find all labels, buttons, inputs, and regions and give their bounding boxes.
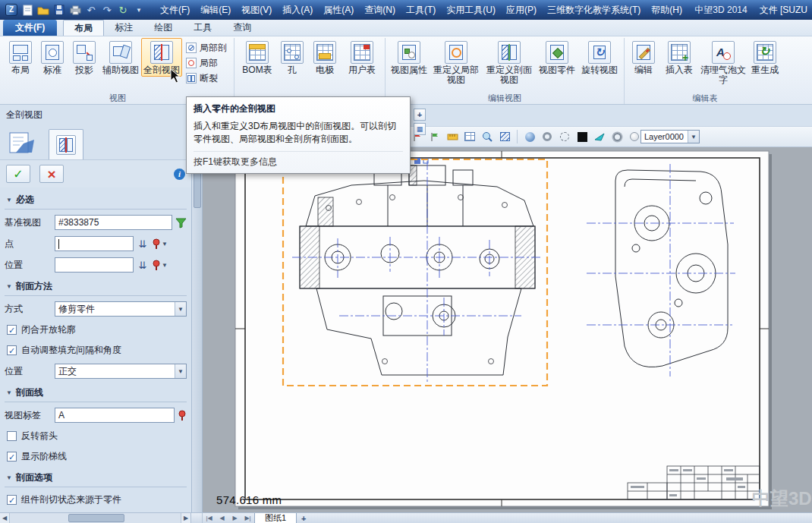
rotate-view-button[interactable]: ↻ 旋转视图 — [578, 38, 621, 77]
standard-view-button[interactable]: 标准 — [36, 38, 68, 77]
tab-inquire[interactable]: 查询 — [222, 20, 262, 36]
tab-tools[interactable]: 工具 — [183, 20, 222, 36]
menu-edit[interactable]: 编辑(E) — [195, 2, 236, 17]
filter-icon[interactable] — [175, 217, 187, 228]
cancel-button[interactable]: × — [39, 165, 64, 183]
menu-attributes[interactable]: 属性(A) — [318, 2, 359, 17]
last-sheet-icon[interactable]: ▶| — [241, 513, 254, 523]
undo-icon[interactable]: ↶ — [84, 3, 98, 17]
flip-arrow-checkbox[interactable] — [7, 431, 17, 441]
sphere-icon[interactable] — [522, 129, 537, 144]
detail-view-button[interactable]: 局部 — [184, 56, 229, 70]
open-folder-icon[interactable] — [36, 3, 50, 17]
gear-icon[interactable] — [609, 129, 625, 144]
menu-utilities[interactable]: 实用工具(U) — [441, 2, 501, 17]
next-sheet-icon[interactable]: ▶ — [228, 513, 241, 523]
scrollbar-track[interactable] — [10, 513, 181, 523]
full-section-view-button[interactable]: 全剖视图 — [141, 38, 182, 77]
method-select[interactable]: 修剪零件▼ — [55, 301, 187, 317]
prev-sheet-icon[interactable]: ◀ — [216, 513, 228, 523]
auxiliary-view-button[interactable]: 辅助视图 — [100, 38, 141, 77]
add-toolbar-icon[interactable]: + — [414, 109, 426, 121]
hole-table-button[interactable]: 孔 — [277, 38, 307, 77]
drawing-canvas[interactable]: 中望3D — [203, 147, 812, 512]
tab-annotate[interactable]: 标注 — [104, 20, 143, 36]
print-icon[interactable] — [68, 3, 82, 17]
info-icon[interactable]: i — [174, 169, 185, 180]
app-logo-icon[interactable]: Z — [5, 3, 18, 17]
cyan-arrow-icon[interactable] — [592, 129, 607, 144]
red-pin-icon[interactable] — [178, 410, 187, 421]
menu-tools[interactable]: 工具(T) — [401, 2, 441, 17]
menu-view[interactable]: 视图(V) — [236, 2, 277, 17]
menu-help[interactable]: 帮助(H) — [646, 2, 688, 17]
regenerate-button[interactable]: ↻ 重生成 — [747, 38, 782, 77]
save-icon[interactable] — [52, 3, 66, 17]
insert-table-button[interactable]: + 插入表 — [659, 38, 699, 77]
pick-location-button[interactable]: ▼ — [152, 260, 168, 271]
location-input[interactable] — [55, 257, 134, 273]
menu-inquire[interactable]: 查询(N) — [359, 2, 401, 17]
tab-draw[interactable]: 绘图 — [143, 20, 183, 36]
tab-layout[interactable]: 布局 — [63, 20, 104, 36]
scroll-right-icon[interactable]: ▶ — [181, 513, 190, 523]
menu-applications[interactable]: 应用(P) — [501, 2, 542, 17]
grid-icon[interactable] — [462, 129, 477, 144]
show-step-checkbox[interactable]: ✓ — [7, 452, 17, 462]
dotted-circle-icon[interactable] — [557, 129, 572, 144]
hatch-swatch-icon[interactable] — [497, 129, 512, 144]
menu-file[interactable]: 文件(F) — [155, 2, 195, 17]
base-view-input[interactable]: #3833875 — [55, 215, 172, 230]
scrollbar-thumb[interactable] — [68, 514, 124, 522]
section-required[interactable]: ▼ 必选 — [5, 189, 187, 210]
view-tag-input[interactable]: A — [55, 408, 175, 423]
layer-dropdown[interactable]: Layer0000 ▼ — [640, 130, 700, 143]
file-menu-button[interactable]: 文件(F) — [3, 20, 57, 36]
scroll-left-icon[interactable]: ◀ — [0, 513, 10, 523]
auto-adjust-checkbox[interactable]: ✓ — [7, 345, 17, 355]
add-view-icon[interactable]: ▦ — [414, 123, 426, 135]
double-down-arrow-icon[interactable]: ⇊ — [137, 260, 149, 271]
redo-icon[interactable]: ↷ — [100, 3, 114, 17]
point-input[interactable] — [55, 236, 134, 251]
panel-horizontal-scrollbar[interactable]: ◀ ▶ — [0, 513, 191, 523]
local-section-button[interactable]: 局部剖 — [184, 41, 229, 55]
layer-bulb-icon[interactable] — [630, 132, 639, 141]
tab-full-section-view[interactable] — [49, 129, 83, 159]
black-swatch-icon[interactable] — [574, 129, 590, 144]
qat-dropdown-icon[interactable]: ▼ — [132, 3, 146, 17]
first-sheet-icon[interactable]: |◀ — [203, 513, 216, 523]
layout-button[interactable]: 布局 — [5, 38, 36, 77]
clean-balloon-text-button[interactable]: A 清理气泡文字 — [699, 38, 747, 87]
sheet-tab[interactable]: 图纸1 — [254, 513, 297, 523]
edit-button[interactable]: 编辑 — [628, 38, 659, 77]
orientation-select[interactable]: 正交▼ — [55, 364, 187, 379]
view-part-button[interactable]: 视图零件 — [536, 38, 578, 77]
redefine-section-view-button[interactable]: 重定义剖面视图 — [483, 38, 536, 87]
section-method[interactable]: ▼ 剖面方法 — [5, 276, 187, 296]
broken-view-button[interactable]: 断裂 — [184, 71, 229, 85]
view-attributes-button[interactable]: 视图属性 — [389, 38, 430, 77]
section-hatch[interactable]: ▼ 剖面线 — [5, 382, 187, 402]
redefine-detail-view-button[interactable]: 重定义局部视图 — [430, 38, 483, 87]
pick-point-button[interactable]: ▼ — [152, 238, 168, 250]
ruler-icon[interactable] — [445, 129, 460, 144]
menu-teaching-system[interactable]: 三维数字化教学系统(T) — [542, 2, 646, 17]
section-options[interactable]: ▼ 剖面选项 — [5, 467, 187, 487]
bom-table-button[interactable]: BOM表 — [238, 38, 277, 77]
electrode-table-button[interactable]: 电极 — [307, 38, 342, 77]
user-table-button[interactable]: 用户表 — [342, 38, 382, 77]
add-sheet-button[interactable]: + — [297, 513, 310, 523]
green-flag-icon[interactable] — [427, 129, 442, 144]
menu-insert[interactable]: 插入(A) — [277, 2, 318, 17]
ring-icon[interactable] — [540, 129, 555, 144]
projection-button[interactable]: 投影 — [68, 38, 100, 77]
component-state-checkbox[interactable]: ✓ — [7, 495, 17, 505]
double-down-arrow-icon[interactable]: ⇊ — [137, 238, 149, 250]
closed-profile-checkbox[interactable]: ✓ — [7, 325, 17, 335]
ok-button[interactable]: ✓ — [6, 165, 30, 183]
color-zoom-icon[interactable] — [480, 129, 495, 144]
regen-icon[interactable]: ↻ — [116, 3, 130, 17]
assembly-3d-icon[interactable] — [5, 126, 38, 159]
new-file-icon[interactable] — [20, 3, 34, 17]
